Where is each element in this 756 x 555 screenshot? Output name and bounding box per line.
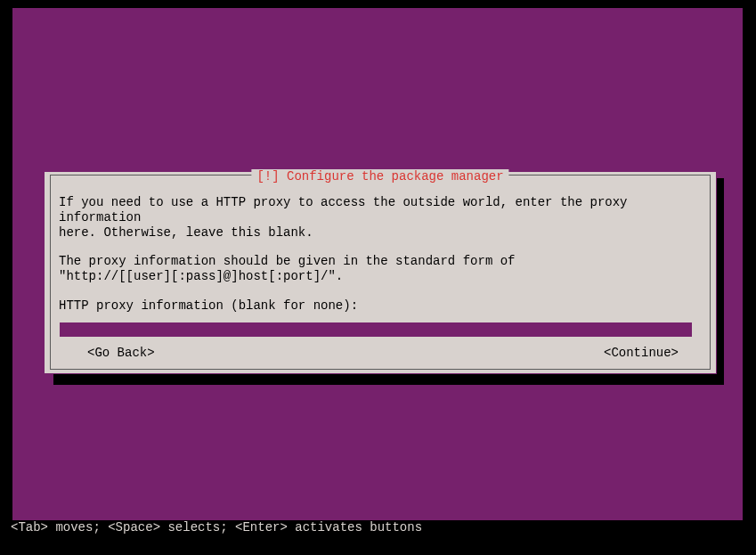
- input-label: HTTP proxy information (blank for none):: [59, 298, 702, 314]
- continue-button[interactable]: <Continue>: [575, 346, 702, 361]
- dialog-box: [!] Configure the package manager If you…: [44, 171, 717, 374]
- help-bar: <Tab> moves; <Space> selects; <Enter> ac…: [11, 520, 422, 535]
- instruction-para-1: If you need to use a HTTP proxy to acces…: [59, 195, 702, 240]
- dialog-title: [!] Configure the package manager: [251, 169, 508, 184]
- text-line: here. Otherwise, leave this blank.: [59, 225, 702, 241]
- http-proxy-input[interactable]: [60, 322, 692, 337]
- text-line: The proxy information should be given in…: [59, 254, 702, 269]
- dialog-content: If you need to use a HTTP proxy to acces…: [59, 195, 702, 338]
- text-line: If you need to use a HTTP proxy to acces…: [59, 195, 702, 225]
- go-back-button[interactable]: <Go Back>: [59, 346, 183, 361]
- button-row: <Go Back> <Continue>: [59, 346, 702, 361]
- text-line: "http://[[user][:pass]@]host[:port]/".: [59, 269, 702, 284]
- instruction-para-2: The proxy information should be given in…: [59, 254, 702, 284]
